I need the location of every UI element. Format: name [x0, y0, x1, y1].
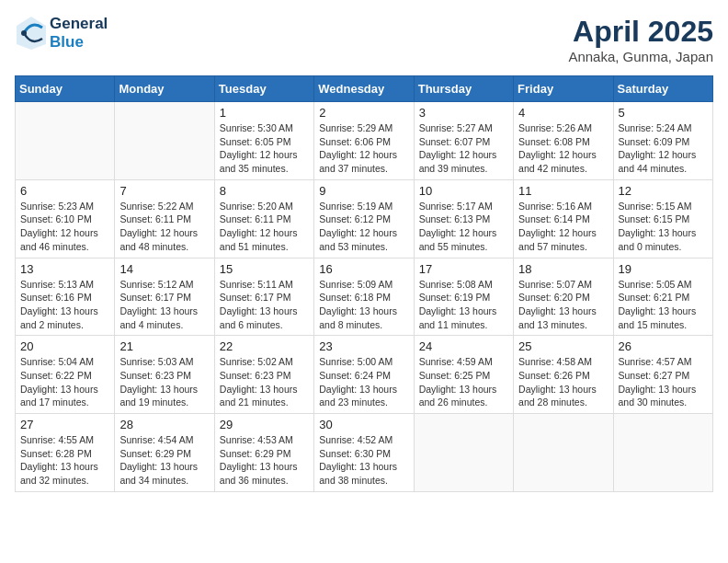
calendar-week-row: 6Sunrise: 5:23 AM Sunset: 6:10 PM Daylig…	[16, 179, 713, 258]
calendar-cell: 24Sunrise: 4:59 AM Sunset: 6:25 PM Dayli…	[414, 336, 513, 414]
calendar-cell: 26Sunrise: 4:57 AM Sunset: 6:27 PM Dayli…	[613, 336, 712, 414]
day-detail: Sunrise: 5:04 AM Sunset: 6:22 PM Dayligh…	[20, 355, 109, 409]
calendar-cell: 8Sunrise: 5:20 AM Sunset: 6:11 PM Daylig…	[214, 179, 313, 258]
calendar-cell: 6Sunrise: 5:23 AM Sunset: 6:10 PM Daylig…	[16, 179, 115, 258]
day-number: 10	[419, 184, 508, 198]
day-number: 22	[220, 339, 309, 353]
calendar-cell	[613, 414, 712, 492]
day-number: 7	[119, 184, 209, 198]
calendar-week-row: 1Sunrise: 5:30 AM Sunset: 6:05 PM Daylig…	[16, 102, 713, 180]
day-number: 29	[220, 418, 309, 431]
calendar-cell: 16Sunrise: 5:09 AM Sunset: 6:18 PM Dayli…	[314, 258, 414, 336]
title-block: April 2025 Annaka, Gunma, Japan	[568, 15, 713, 64]
day-detail: Sunrise: 4:53 AM Sunset: 6:29 PM Dayligh…	[220, 433, 309, 488]
day-number: 15	[220, 262, 309, 276]
day-detail: Sunrise: 5:17 AM Sunset: 6:13 PM Dayligh…	[419, 200, 508, 254]
day-detail: Sunrise: 5:30 AM Sunset: 6:05 PM Dayligh…	[220, 121, 309, 176]
day-detail: Sunrise: 5:13 AM Sunset: 6:16 PM Dayligh…	[20, 278, 109, 332]
calendar-cell: 23Sunrise: 5:00 AM Sunset: 6:24 PM Dayli…	[314, 336, 414, 414]
weekday-header-row: SundayMondayTuesdayWednesdayThursdayFrid…	[16, 76, 713, 102]
day-number: 17	[419, 262, 508, 276]
calendar-week-row: 13Sunrise: 5:13 AM Sunset: 6:16 PM Dayli…	[16, 258, 713, 336]
day-detail: Sunrise: 5:27 AM Sunset: 6:07 PM Dayligh…	[419, 121, 508, 176]
calendar-cell: 29Sunrise: 4:53 AM Sunset: 6:29 PM Dayli…	[214, 414, 313, 492]
calendar-table: SundayMondayTuesdayWednesdayThursdayFrid…	[15, 75, 713, 492]
day-number: 13	[20, 262, 109, 276]
day-number: 19	[619, 262, 708, 276]
day-number: 25	[518, 339, 608, 353]
svg-point-1	[21, 30, 27, 36]
day-detail: Sunrise: 4:55 AM Sunset: 6:28 PM Dayligh…	[20, 433, 109, 488]
calendar-cell: 13Sunrise: 5:13 AM Sunset: 6:16 PM Dayli…	[16, 258, 115, 336]
day-number: 3	[419, 106, 508, 120]
day-detail: Sunrise: 5:26 AM Sunset: 6:08 PM Dayligh…	[518, 121, 608, 176]
calendar-cell: 18Sunrise: 5:07 AM Sunset: 6:20 PM Dayli…	[514, 258, 613, 336]
day-detail: Sunrise: 4:59 AM Sunset: 6:25 PM Dayligh…	[419, 355, 508, 409]
day-detail: Sunrise: 5:24 AM Sunset: 6:09 PM Dayligh…	[619, 121, 708, 176]
day-number: 9	[319, 184, 408, 198]
day-detail: Sunrise: 5:08 AM Sunset: 6:19 PM Dayligh…	[419, 278, 508, 332]
day-number: 21	[119, 339, 209, 353]
calendar-cell: 27Sunrise: 4:55 AM Sunset: 6:28 PM Dayli…	[16, 414, 115, 492]
calendar-cell: 4Sunrise: 5:26 AM Sunset: 6:08 PM Daylig…	[514, 102, 613, 180]
month-title: April 2025	[568, 15, 713, 49]
calendar-cell: 9Sunrise: 5:19 AM Sunset: 6:12 PM Daylig…	[314, 179, 414, 258]
day-detail: Sunrise: 5:03 AM Sunset: 6:23 PM Dayligh…	[119, 355, 209, 409]
calendar-week-row: 20Sunrise: 5:04 AM Sunset: 6:22 PM Dayli…	[16, 336, 713, 414]
day-number: 20	[20, 339, 109, 353]
day-detail: Sunrise: 5:20 AM Sunset: 6:11 PM Dayligh…	[220, 200, 309, 254]
calendar-cell: 7Sunrise: 5:22 AM Sunset: 6:11 PM Daylig…	[115, 179, 214, 258]
weekday-header-tuesday: Tuesday	[214, 76, 313, 102]
weekday-header-sunday: Sunday	[16, 76, 115, 102]
calendar-cell: 30Sunrise: 4:52 AM Sunset: 6:30 PM Dayli…	[314, 414, 414, 492]
day-detail: Sunrise: 4:54 AM Sunset: 6:29 PM Dayligh…	[119, 433, 209, 488]
weekday-header-monday: Monday	[115, 76, 214, 102]
day-number: 11	[518, 184, 608, 198]
day-number: 18	[518, 262, 608, 276]
calendar-cell	[16, 102, 115, 180]
calendar-cell: 2Sunrise: 5:29 AM Sunset: 6:06 PM Daylig…	[314, 102, 414, 180]
weekday-header-friday: Friday	[514, 76, 613, 102]
calendar-cell: 5Sunrise: 5:24 AM Sunset: 6:09 PM Daylig…	[613, 102, 712, 180]
location-subtitle: Annaka, Gunma, Japan	[568, 49, 713, 64]
calendar-cell: 21Sunrise: 5:03 AM Sunset: 6:23 PM Dayli…	[115, 336, 214, 414]
page-header: General Blue April 2025 Annaka, Gunma, J…	[15, 15, 713, 64]
logo-blue-text: Blue	[50, 33, 108, 52]
day-detail: Sunrise: 4:57 AM Sunset: 6:27 PM Dayligh…	[619, 355, 708, 409]
calendar-cell: 3Sunrise: 5:27 AM Sunset: 6:07 PM Daylig…	[414, 102, 513, 180]
day-detail: Sunrise: 4:58 AM Sunset: 6:26 PM Dayligh…	[518, 355, 608, 409]
calendar-cell	[514, 414, 613, 492]
calendar-cell: 20Sunrise: 5:04 AM Sunset: 6:22 PM Dayli…	[16, 336, 115, 414]
day-detail: Sunrise: 5:29 AM Sunset: 6:06 PM Dayligh…	[319, 121, 408, 176]
day-number: 30	[319, 418, 408, 431]
calendar-cell	[414, 414, 513, 492]
day-number: 5	[619, 106, 708, 120]
day-detail: Sunrise: 5:09 AM Sunset: 6:18 PM Dayligh…	[319, 278, 408, 332]
day-detail: Sunrise: 5:23 AM Sunset: 6:10 PM Dayligh…	[20, 200, 109, 254]
weekday-header-saturday: Saturday	[613, 76, 712, 102]
day-detail: Sunrise: 5:15 AM Sunset: 6:15 PM Dayligh…	[619, 200, 708, 254]
logo-general-text: General	[50, 15, 108, 33]
day-detail: Sunrise: 5:02 AM Sunset: 6:23 PM Dayligh…	[220, 355, 309, 409]
svg-marker-0	[17, 17, 46, 50]
day-detail: Sunrise: 5:19 AM Sunset: 6:12 PM Dayligh…	[319, 200, 408, 254]
day-number: 27	[20, 418, 109, 431]
calendar-cell: 1Sunrise: 5:30 AM Sunset: 6:05 PM Daylig…	[214, 102, 313, 180]
calendar-cell: 12Sunrise: 5:15 AM Sunset: 6:15 PM Dayli…	[613, 179, 712, 258]
day-number: 6	[20, 184, 109, 198]
calendar-cell: 19Sunrise: 5:05 AM Sunset: 6:21 PM Dayli…	[613, 258, 712, 336]
day-detail: Sunrise: 5:12 AM Sunset: 6:17 PM Dayligh…	[119, 278, 209, 332]
weekday-header-thursday: Thursday	[414, 76, 513, 102]
logo: General Blue	[15, 15, 108, 52]
day-number: 4	[518, 106, 608, 120]
calendar-cell	[115, 102, 214, 180]
day-number: 26	[619, 339, 708, 353]
day-detail: Sunrise: 5:16 AM Sunset: 6:14 PM Dayligh…	[518, 200, 608, 254]
day-number: 8	[220, 184, 309, 198]
day-detail: Sunrise: 5:07 AM Sunset: 6:20 PM Dayligh…	[518, 278, 608, 332]
day-number: 2	[319, 106, 408, 120]
day-number: 12	[619, 184, 708, 198]
calendar-cell: 11Sunrise: 5:16 AM Sunset: 6:14 PM Dayli…	[514, 179, 613, 258]
day-detail: Sunrise: 5:22 AM Sunset: 6:11 PM Dayligh…	[119, 200, 209, 254]
day-number: 14	[119, 262, 209, 276]
